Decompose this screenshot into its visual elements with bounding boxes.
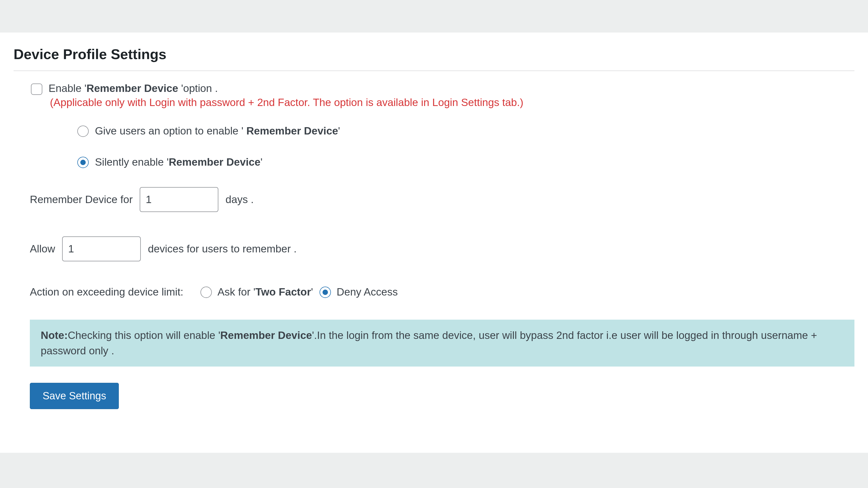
enable-label-post: 'option . [178, 83, 218, 94]
mode-option-user[interactable]: Give users an option to enable ' Remembe… [76, 125, 855, 137]
action-deny-access-radio[interactable] [319, 287, 331, 298]
remember-mode-group: Give users an option to enable ' Remembe… [76, 125, 855, 168]
enable-row: Enable 'Remember Device 'option . (Appli… [30, 82, 855, 108]
remember-days-input[interactable] [140, 187, 218, 212]
page-background: Device Profile Settings Enable 'Remember… [0, 33, 868, 488]
page-title: Device Profile Settings [13, 46, 855, 62]
note-bold2: Remember Device [220, 329, 312, 341]
allow-devices-row: Allow devices for users to remember . [30, 236, 855, 261]
mode-option-silent-radio[interactable] [77, 157, 89, 168]
enable-label-bold: Remember Device [87, 83, 178, 94]
title-divider [13, 70, 855, 71]
enable-note: (Applicable only with Login with passwor… [50, 97, 855, 108]
allow-devices-label: Allow [30, 243, 55, 255]
note-bold1: Note: [41, 329, 68, 341]
enable-label-pre: Enable ' [49, 83, 87, 94]
remember-days-suffix: days . [225, 194, 254, 205]
remember-days-row: Remember Device for days . [30, 187, 855, 212]
remember-days-label: Remember Device for [30, 194, 133, 205]
allow-devices-input[interactable] [62, 236, 141, 261]
mode-option-user-label: Give users an option to enable ' Remembe… [95, 125, 340, 137]
enable-remember-device-checkbox[interactable] [31, 84, 42, 95]
save-settings-button[interactable]: Save Settings [30, 383, 119, 409]
enable-remember-device-label: Enable 'Remember Device 'option . [49, 83, 218, 94]
mode-option-silent-label: Silently enable 'Remember Device' [95, 156, 262, 168]
allow-devices-suffix: devices for users to remember . [148, 243, 297, 255]
action-ask-2fa-label: Ask for 'Two Factor' [218, 286, 313, 298]
settings-content: Enable 'Remember Device 'option . (Appli… [13, 82, 855, 409]
note-box: Note:Checking this option will enable 'R… [30, 320, 855, 366]
mode-option-user-radio[interactable] [77, 126, 89, 137]
action-ask-2fa-radio[interactable] [200, 287, 212, 298]
note-t1: Checking this option will enable ' [68, 329, 220, 341]
action-deny-access-label: Deny Access [337, 286, 398, 298]
settings-panel: Device Profile Settings Enable 'Remember… [0, 33, 868, 453]
mode-option-silent[interactable]: Silently enable 'Remember Device' [76, 156, 855, 168]
action-on-exceed-label: Action on exceeding device limit: [30, 286, 183, 298]
action-on-exceed-row: Action on exceeding device limit: Ask fo… [30, 286, 855, 298]
